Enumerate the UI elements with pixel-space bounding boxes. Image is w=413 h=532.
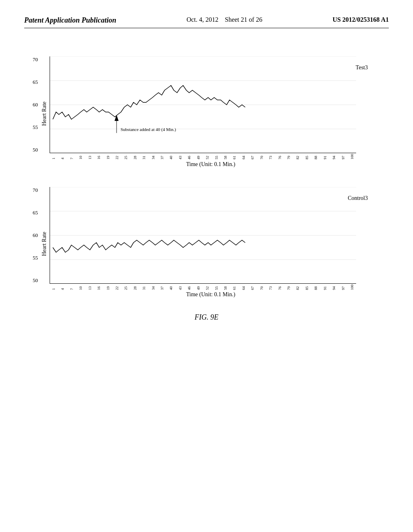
y-tick: 55 [33, 124, 38, 131]
x-tick: 13 [88, 154, 92, 160]
y-tick: 70 [33, 56, 38, 63]
x-tick: 37 [160, 285, 164, 290]
x-tick: 43 [178, 154, 182, 160]
x-tick: 49 [196, 285, 200, 290]
x-tick: 61 [232, 285, 236, 290]
x-tick: 73 [269, 154, 273, 160]
y-tick: 55 [33, 255, 38, 261]
x-tick: 16 [97, 285, 101, 290]
x-tick: 76 [278, 285, 282, 290]
x-tick: 49 [196, 154, 200, 160]
chart2-x-labels: 1 4 7 10 13 16 19 22 25 28 31 34 37 40 [50, 285, 356, 290]
x-tick: 4 [60, 285, 65, 290]
page-header: Patent Application Publication Oct. 4, 2… [24, 16, 389, 28]
x-tick: 52 [205, 285, 209, 290]
x-tick: 85 [305, 285, 309, 290]
x-tick: 67 [250, 154, 254, 160]
chart2-label: Control3 [348, 195, 368, 202]
x-tick: 64 [242, 154, 246, 160]
x-tick: 1 [52, 154, 56, 160]
x-tick: 10 [79, 154, 83, 160]
y-tick: 60 [33, 232, 38, 239]
page: Patent Application Publication Oct. 4, 2… [0, 0, 413, 532]
x-tick: 31 [142, 154, 146, 160]
chart1-x-labels: 1 4 7 10 13 16 19 22 25 28 31 34 37 40 [50, 154, 356, 160]
svg-text:Substance added at 40 (4 Min.): Substance added at 40 (4 Min.) [121, 127, 176, 132]
x-tick: 70 [260, 285, 264, 290]
chart2-x-title: Time (Unit: 0.1 Min.) [50, 291, 372, 298]
x-tick: 1 [52, 285, 56, 290]
chart2-y-label: Heart Rate [41, 232, 48, 256]
x-tick: 37 [160, 154, 164, 160]
x-tick: 13 [88, 285, 92, 290]
chart1-wrapper: Heart Rate 70 65 60 55 50 Test3 [41, 56, 372, 171]
x-tick: 4 [60, 154, 65, 160]
x-tick: 85 [305, 154, 309, 160]
x-tick: 61 [232, 154, 236, 160]
x-tick: 40 [169, 154, 173, 160]
y-tick: 65 [33, 210, 38, 216]
chart1: Heart Rate 70 65 60 55 50 Test3 [41, 56, 372, 171]
x-tick: 46 [187, 285, 191, 290]
x-tick: 22 [115, 154, 119, 160]
publication-number: US 2012/0253168 A1 [332, 16, 389, 23]
x-tick: 55 [215, 154, 219, 160]
x-tick: 70 [260, 154, 264, 160]
x-tick: 64 [242, 285, 246, 290]
chart1-label: Test3 [356, 64, 368, 71]
x-tick: 58 [223, 154, 227, 160]
x-tick: 97 [341, 154, 345, 160]
x-tick: 82 [296, 154, 300, 160]
chart2-inner: 70 65 60 55 50 Control3 [50, 187, 372, 301]
figure-label: FIG. 9E [195, 313, 219, 322]
x-tick: 7 [70, 285, 74, 290]
x-tick: 76 [278, 154, 282, 160]
chart2-svg [50, 187, 356, 284]
x-tick: 97 [341, 285, 345, 290]
x-tick: 28 [133, 285, 137, 290]
x-tick: 43 [178, 285, 182, 290]
x-tick: 16 [97, 154, 101, 160]
charts-section: Heart Rate 70 65 60 55 50 Test3 [24, 32, 389, 322]
x-tick: 19 [106, 285, 110, 290]
y-tick: 60 [33, 102, 38, 108]
chart1-x-title: Time (Unit: 0.1 Min.) [50, 161, 372, 168]
y-tick: 50 [33, 277, 38, 284]
chart2: Heart Rate 70 65 60 55 50 Control3 [41, 187, 372, 301]
chart1-inner: 70 65 60 55 50 Test3 [50, 56, 372, 171]
x-tick: 25 [124, 285, 128, 290]
x-tick: 58 [223, 285, 227, 290]
publication-date: Oct. 4, 2012 Sheet 21 of 26 [186, 16, 262, 23]
x-tick: 55 [215, 285, 219, 290]
y-tick: 70 [33, 187, 38, 193]
x-tick: 34 [151, 285, 155, 290]
svg-marker-6 [115, 115, 119, 121]
x-tick: 91 [323, 285, 327, 290]
y-tick: 65 [33, 79, 38, 85]
x-tick: 82 [296, 285, 300, 290]
x-tick: 91 [323, 154, 327, 160]
x-tick: 79 [287, 285, 291, 290]
x-tick: 52 [205, 154, 209, 160]
x-tick: 7 [70, 154, 74, 160]
x-tick: 46 [187, 154, 191, 160]
x-tick: 100 [350, 154, 354, 160]
chart1-svg: Substance added at 40 (4 Min.) [50, 56, 356, 153]
x-tick: 88 [314, 154, 318, 160]
publication-title: Patent Application Publication [24, 16, 116, 25]
x-tick: 73 [269, 285, 273, 290]
x-tick: 31 [142, 285, 146, 290]
x-tick: 88 [314, 285, 318, 290]
x-tick: 10 [79, 285, 83, 290]
x-tick: 94 [332, 285, 336, 290]
x-tick: 25 [124, 154, 128, 160]
x-tick: 34 [151, 154, 155, 160]
x-tick: 19 [106, 154, 110, 160]
chart1-y-label: Heart Rate [41, 102, 48, 126]
x-tick: 40 [169, 285, 173, 290]
x-tick: 67 [250, 285, 254, 290]
y-tick: 50 [33, 147, 38, 153]
x-tick: 100 [350, 285, 354, 290]
x-tick: 28 [133, 154, 137, 160]
x-tick: 79 [287, 154, 291, 160]
